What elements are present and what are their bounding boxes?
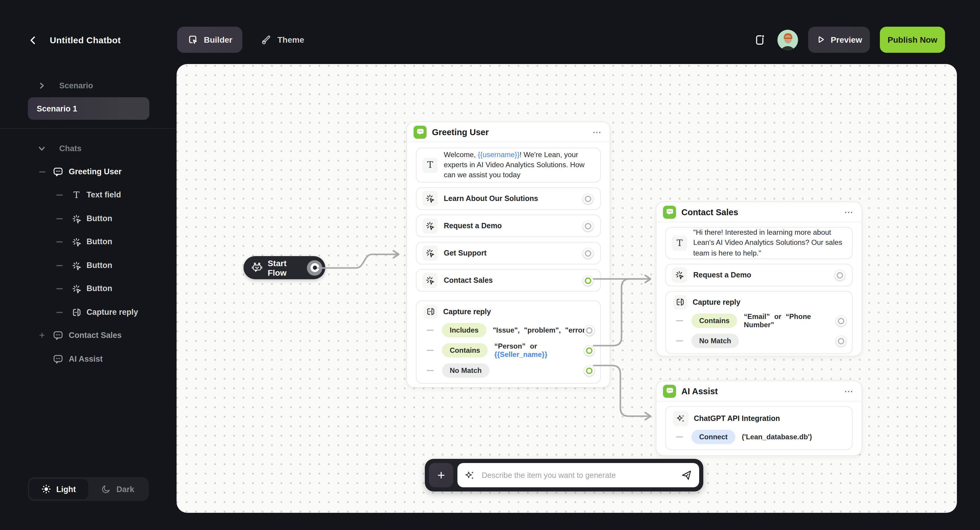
connect-row[interactable]: Connect ('Lean_database.db') (673, 427, 845, 447)
condition-row-contains[interactable]: Contains “Email” or “Phone Number” (673, 311, 845, 331)
output-port[interactable] (583, 193, 593, 204)
condition-pill[interactable]: Contains (442, 343, 488, 358)
condition-row-no-match[interactable]: No Match (673, 331, 845, 351)
generator-bar: + (425, 459, 703, 492)
node-menu-icon[interactable]: ⋯ (844, 386, 854, 396)
add-button[interactable]: + (429, 463, 453, 487)
choice-label: Request a Demo (444, 222, 502, 230)
dash-icon (56, 195, 63, 196)
sidebar-item-button-2[interactable]: Button (0, 232, 177, 251)
text-message-block[interactable]: T "Hi there! Interested in learning more… (665, 227, 853, 259)
sidebar-divider (0, 128, 177, 129)
chat-node-icon (663, 206, 676, 219)
output-port-connected[interactable] (584, 366, 594, 375)
publish-now-button[interactable]: Publish Now (880, 27, 945, 53)
start-flow-button[interactable]: Start Flow (243, 256, 325, 279)
plus-icon[interactable]: + (38, 330, 46, 342)
choice-button-demo[interactable]: Request a Demo (665, 264, 853, 286)
sparkles-icon (465, 470, 475, 481)
connect-pill[interactable]: Connect (692, 430, 735, 444)
node-header: Greeting User ⋯ (407, 122, 610, 142)
integration-header: ChatGPT API Integration (673, 410, 845, 427)
generator-input[interactable] (480, 470, 675, 480)
tree-item-label: Capture reply (86, 308, 138, 316)
capture-reply-card[interactable]: Capture reply Contains “Email” or “Phone… (665, 291, 853, 354)
sidebar-item-button-4[interactable]: Button (0, 279, 177, 298)
condition-pill[interactable]: No Match (692, 334, 739, 348)
sidebar-item-text-field[interactable]: T Text field (0, 185, 177, 204)
choice-button-contact-sales[interactable]: Contact Sales (416, 269, 601, 292)
output-port[interactable] (584, 325, 594, 335)
sidebar-item-greeting-user[interactable]: Greeting User (0, 163, 177, 181)
sidebar-item-capture-reply[interactable]: Capture reply (0, 303, 177, 322)
condition-row-includes[interactable]: Includes "Issue", "problem", "error", (424, 320, 593, 340)
tree-item-label: Button (86, 284, 112, 293)
dash-icon (676, 340, 683, 342)
dash-icon (56, 288, 63, 289)
output-port[interactable] (583, 221, 593, 231)
output-port[interactable] (835, 270, 845, 280)
output-port[interactable] (836, 316, 846, 326)
output-port[interactable] (583, 248, 593, 258)
choice-button-learn[interactable]: Learn About Our Solutions (416, 187, 601, 210)
chats-group-label: Chats (59, 144, 81, 153)
sidebar-item-contact-sales[interactable]: + Contact Sales (0, 326, 177, 345)
dash-icon (676, 320, 683, 321)
condition-row-no-match[interactable]: No Match (424, 361, 593, 381)
node-contact-sales[interactable]: Contact Sales ⋯ T "Hi there! Interested … (656, 201, 862, 356)
sidebar-group-chats[interactable]: Chats (0, 140, 177, 156)
back-button[interactable] (26, 33, 40, 48)
node-menu-icon[interactable]: ⋯ (844, 207, 854, 217)
choice-button-demo[interactable]: Request a Demo (416, 215, 601, 237)
light-mode-button[interactable]: Light (29, 479, 88, 499)
text-field-icon: T (70, 189, 82, 201)
node-title: AI Assist (681, 386, 718, 396)
generator-input-wrap[interactable] (457, 463, 699, 487)
start-flow-port[interactable] (307, 260, 322, 275)
choice-button-support[interactable]: Get Support (416, 242, 601, 264)
choice-label: Learn About Our Solutions (444, 195, 538, 203)
integration-card[interactable]: ChatGPT API Integration Connect ('Lean_d… (665, 406, 853, 450)
send-icon[interactable] (681, 469, 692, 481)
node-ai-assist[interactable]: AI Assist ⋯ ChatGPT API Integration Conn… (656, 381, 862, 456)
sidebar-item-button-1[interactable]: Button (0, 209, 177, 228)
capture-reply-card[interactable]: Capture reply Includes "Issue", "problem… (416, 300, 601, 383)
text-message-block[interactable]: T Welcome, {{username}}! We're Lean, you… (416, 148, 601, 183)
button-click-icon (422, 191, 438, 206)
dark-mode-button[interactable]: Dark (88, 479, 148, 499)
dash-icon (56, 312, 63, 313)
flow-canvas[interactable]: Start Flow Greeting User ⋯ T Welcome, {{… (177, 64, 957, 513)
sidebar-item-scenario-1[interactable]: Scenario 1 (28, 97, 149, 120)
tab-theme-label: Theme (277, 35, 304, 45)
choice-label: Get Support (444, 249, 487, 257)
condition-pill[interactable]: No Match (442, 363, 489, 378)
variable-token: {{username}} (478, 150, 520, 159)
chat-bubble-icon (52, 330, 64, 342)
tab-builder[interactable]: Builder (177, 27, 242, 53)
mobile-device-icon (754, 33, 767, 46)
integration-title: ChatGPT API Integration (694, 414, 780, 423)
capture-reply-title: Capture reply (443, 308, 491, 316)
node-greeting-user[interactable]: Greeting User ⋯ T Welcome, {{username}}!… (406, 121, 610, 388)
device-preview-icon[interactable] (753, 33, 767, 47)
preview-button[interactable]: Preview (808, 27, 870, 53)
output-port-connected[interactable] (584, 345, 594, 355)
node-title: Contact Sales (681, 207, 738, 217)
condition-pill[interactable]: Contains (692, 314, 737, 328)
dash-icon (56, 218, 63, 219)
node-menu-icon[interactable]: ⋯ (592, 126, 602, 137)
condition-text: “Person” or {{Seller_name}} (495, 342, 593, 359)
chat-node-icon (414, 125, 426, 139)
output-port-connected[interactable] (583, 275, 593, 286)
output-port[interactable] (836, 336, 846, 346)
avatar[interactable] (777, 29, 798, 50)
sidebar-group-scenario[interactable]: Scenario (0, 77, 177, 94)
tab-theme[interactable]: Theme (251, 27, 314, 53)
tree-item-label: Button (86, 261, 112, 270)
condition-pill[interactable]: Includes (442, 323, 486, 337)
condition-row-contains[interactable]: Contains “Person” or {{Seller_name}} (424, 340, 593, 361)
button-click-icon (70, 283, 82, 295)
start-flow-label: Start Flow (267, 258, 307, 277)
sidebar-item-ai-assist[interactable]: AI Assist (0, 350, 177, 369)
sidebar-item-button-3[interactable]: Button (0, 256, 177, 275)
